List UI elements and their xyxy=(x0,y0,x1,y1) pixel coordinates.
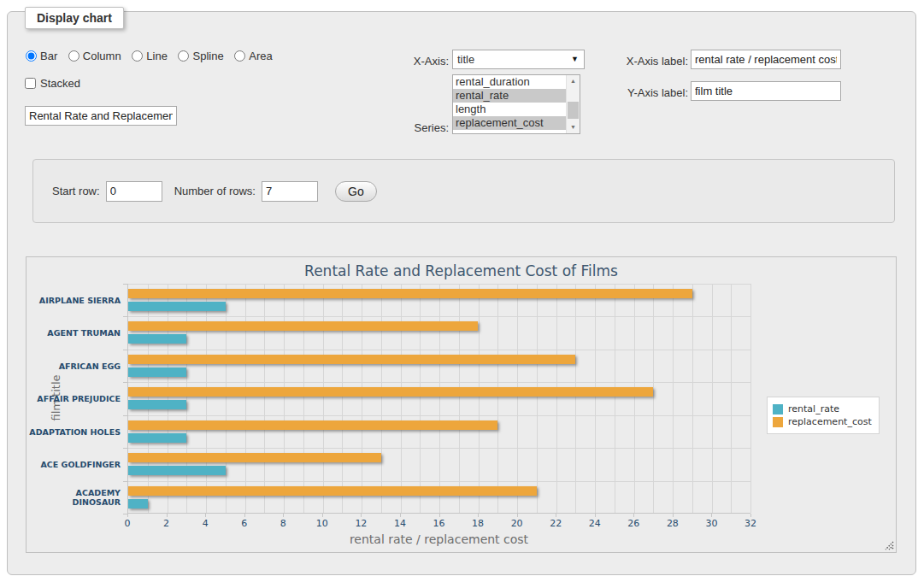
bar-replacement_cost[interactable] xyxy=(128,289,692,298)
category-label: AGENT TRUMAN xyxy=(26,316,121,349)
bar-rental_rate[interactable] xyxy=(128,499,148,509)
panel-legend: Display chart xyxy=(25,7,124,29)
start-row-input[interactable] xyxy=(106,181,162,202)
radio-spline-label: Spline xyxy=(192,50,223,62)
radio-spline[interactable] xyxy=(178,50,189,62)
x-axis-tick xyxy=(167,514,168,517)
bar-rental_rate[interactable] xyxy=(128,400,186,409)
series-list-scrollbar[interactable]: ▲ ▼ xyxy=(566,75,580,133)
gridline-vertical xyxy=(303,284,304,513)
x-axis-tick xyxy=(673,514,674,517)
radio-bar[interactable] xyxy=(26,50,37,62)
series-option[interactable]: rental_rate xyxy=(453,89,580,103)
bar-replacement_cost[interactable] xyxy=(128,321,478,331)
y-axis-tick xyxy=(123,448,128,449)
x-axis-tick xyxy=(400,514,401,517)
row-controls-panel: Start row: Number of rows: Go xyxy=(32,159,895,223)
yaxis-label-input[interactable] xyxy=(691,81,841,101)
chart-title-input[interactable] xyxy=(25,106,177,126)
go-button[interactable]: Go xyxy=(335,181,377,202)
gridline-vertical xyxy=(615,284,615,513)
gridline-vertical xyxy=(206,284,207,513)
y-axis-tick xyxy=(123,382,128,383)
y-axis-tick xyxy=(123,481,128,482)
x-axis-tick-label: 32 xyxy=(744,518,756,529)
bar-rental_rate[interactable] xyxy=(128,334,186,344)
x-axis-tick xyxy=(595,514,596,517)
xaxis-label-input[interactable] xyxy=(691,50,841,69)
gridline-vertical xyxy=(245,284,246,513)
bar-rental_rate[interactable] xyxy=(128,302,226,311)
series-option[interactable]: length xyxy=(453,103,580,116)
scroll-down-icon[interactable]: ▼ xyxy=(567,121,580,133)
radio-line-label: Line xyxy=(146,50,168,62)
legend-swatch xyxy=(773,417,783,427)
x-axis-tick-label: 26 xyxy=(627,518,639,529)
series-multiselect[interactable]: rental_durationrental_ratelengthreplacem… xyxy=(452,74,580,134)
gridline-vertical xyxy=(517,284,518,513)
chart-legend: rental_ratereplacement_cost xyxy=(767,397,880,434)
bar-rental_rate[interactable] xyxy=(128,466,226,475)
x-axis-tick xyxy=(244,514,245,517)
x-axis-tick-label: 16 xyxy=(433,518,445,529)
series-option[interactable]: rental_duration xyxy=(453,75,580,89)
chart-type-bar[interactable]: Bar xyxy=(26,50,61,62)
gridline-vertical xyxy=(284,284,285,513)
y-axis-tick xyxy=(123,350,128,350)
bar-rental_rate[interactable] xyxy=(128,367,186,377)
bar-replacement_cost[interactable] xyxy=(128,453,381,462)
chart-type-spline[interactable]: Spline xyxy=(178,50,227,62)
category-label: ACE GOLDFINGER xyxy=(26,448,121,480)
x-axis-tick xyxy=(361,514,362,517)
legend-item-replacement_cost[interactable]: replacement_cost xyxy=(773,416,872,427)
bar-replacement_cost[interactable] xyxy=(128,387,653,397)
bar-rental_rate[interactable] xyxy=(128,433,186,443)
scroll-up-icon[interactable]: ▲ xyxy=(567,75,580,87)
y-axis-tick xyxy=(123,415,128,416)
legend-swatch xyxy=(773,404,783,414)
gridline-vertical xyxy=(575,284,576,513)
x-axis-tick xyxy=(750,514,751,517)
x-axis-tick xyxy=(127,514,128,517)
gridline-vertical xyxy=(459,284,460,513)
stacked-option[interactable]: Stacked xyxy=(25,77,80,90)
bar-replacement_cost[interactable] xyxy=(128,420,497,430)
scrollbar-thumb[interactable] xyxy=(568,102,579,119)
bar-replacement_cost[interactable] xyxy=(128,355,575,364)
gridline-vertical xyxy=(148,284,149,513)
gridline-horizontal xyxy=(128,415,750,416)
gridline-horizontal xyxy=(128,316,750,317)
x-axis-tick xyxy=(556,514,556,517)
x-axis-tick xyxy=(205,514,206,517)
xaxis-label-field-label: X-Axis label: xyxy=(597,55,688,68)
bar-replacement_cost[interactable] xyxy=(128,486,537,496)
legend-item-rental_rate[interactable]: rental_rate xyxy=(773,403,872,414)
radio-line[interactable] xyxy=(132,50,143,62)
x-axis-tick xyxy=(711,514,712,517)
x-axis-tick-label: 4 xyxy=(203,518,209,529)
x-axis-tick-label: 20 xyxy=(511,518,523,529)
x-axis-tick-label: 22 xyxy=(550,518,562,529)
chart-type-line[interactable]: Line xyxy=(132,50,170,62)
series-option[interactable]: replacement_cost xyxy=(453,116,580,130)
x-axis-tick-label: 10 xyxy=(316,518,328,529)
chart-type-column[interactable]: Column xyxy=(68,50,124,62)
chart-container: Rental Rate and Replacement Cost of Film… xyxy=(26,256,897,553)
number-of-rows-input[interactable] xyxy=(262,181,318,202)
gridline-vertical xyxy=(497,284,498,513)
stacked-checkbox[interactable] xyxy=(25,78,36,89)
gridline-vertical xyxy=(401,284,402,513)
xaxis-select[interactable]: title ▼ xyxy=(452,50,585,69)
y-axis-tick xyxy=(123,284,128,285)
resize-handle-icon[interactable] xyxy=(884,540,894,550)
chart-type-area[interactable]: Area xyxy=(234,50,272,62)
category-label: ACADEMY DINOSAUR xyxy=(26,481,121,514)
gridline-vertical xyxy=(186,284,187,513)
radio-area[interactable] xyxy=(234,50,245,62)
gridline-vertical xyxy=(556,284,557,513)
radio-column[interactable] xyxy=(68,50,79,62)
chart-title: Rental Rate and Replacement Cost of Film… xyxy=(26,262,896,279)
y-axis-tick xyxy=(123,316,128,317)
gridline-horizontal xyxy=(128,382,750,383)
gridline-vertical xyxy=(342,284,343,513)
